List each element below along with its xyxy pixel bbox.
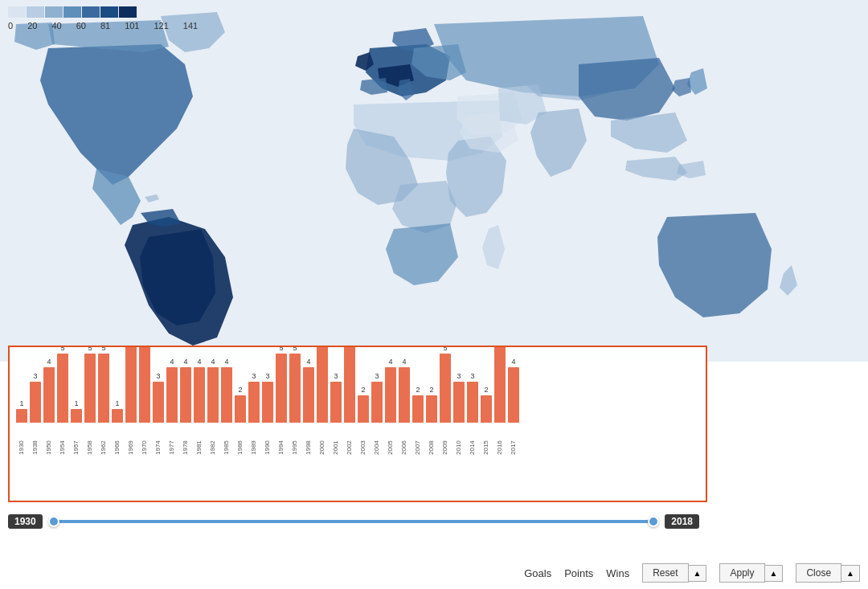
bar-value-label: 5 [293,346,297,352]
reset-button-group: Reset ▲ [642,563,706,583]
bar-rect [207,367,219,423]
legend-label: 81 [100,21,110,31]
legend-color-boxes [8,6,198,18]
bar-rect [57,354,68,423]
bottom-controls: Goals Points Wins Reset ▲ Apply ▲ Close … [524,563,860,583]
reset-arrow-button[interactable]: ▲ [689,565,707,582]
legend-color-2 [45,6,63,18]
wins-metric[interactable]: Wins [606,567,629,579]
bar-rect [426,395,437,423]
slider-thumb-right[interactable] [648,516,659,527]
slider-end-label: 2018 [665,514,699,529]
bar-rect [481,395,492,423]
legend-label: 60 [76,21,86,31]
reset-button[interactable]: Reset [642,563,688,583]
legend-color-4 [82,6,100,18]
bar-value-label: 1 [19,400,23,407]
bar-value-label: 4 [306,358,310,366]
bar-rect [153,382,164,423]
bar-value-label: 5 [101,346,105,352]
bar-value-label: 3 [457,373,461,380]
bar-group-2017: 42017 [508,358,519,461]
bar-rect [371,382,383,423]
year-slider[interactable]: 1930 2018 [8,514,699,529]
bar-value-label: 5 [88,346,92,352]
bar-rect [125,346,137,423]
bar-rect [221,367,232,423]
bar-rect [235,395,246,423]
close-arrow-button[interactable]: ▲ [841,565,860,582]
bar-rect [412,395,424,423]
bar-rect [508,367,519,423]
bar-rect [276,354,287,423]
bar-rect [358,395,369,423]
apply-arrow-button[interactable]: ▲ [765,565,784,582]
legend-labels: 020406081101121141 [8,21,198,31]
close-button-group: Close ▲ [796,563,860,583]
bar-value-label: 4 [197,358,201,366]
legend-color-5 [100,6,118,18]
legend-color-3 [63,6,81,18]
bar-rect [180,367,191,423]
bar-rect [112,409,123,423]
bar-year-label: 2017 [502,444,526,455]
bar-value-label: 5 [443,346,447,352]
legend-label: 141 [183,21,198,31]
bar-value-label: 2 [238,387,242,394]
slider-track[interactable] [54,520,654,523]
bar-value-label: 2 [484,387,488,394]
bar-rect [467,382,478,423]
apply-button[interactable]: Apply [719,563,764,583]
bar-rect [98,354,109,423]
legend-color-1 [27,6,44,18]
bar-rect [84,354,96,423]
bar-value-label: 5 [279,346,283,352]
bar-rect [30,382,41,423]
bar-rect [43,367,55,423]
bar-rect [248,382,260,423]
bar-value-label: 4 [224,358,228,366]
bar-value-label: 5 [60,346,64,352]
close-button[interactable]: Close [796,563,841,583]
bar-rect [494,346,506,423]
bar-value-label: 1 [115,400,119,407]
bar-value-label: 4 [388,358,392,366]
bar-rect [399,367,410,423]
bar-rect [440,354,451,423]
bar-rect [166,367,178,423]
bar-rect [303,367,314,423]
legend: 020406081101121141 [8,6,198,31]
bar-rect [139,346,150,423]
bar-value-label: 3 [375,373,379,380]
bar-chart-panel: 1193031938419505195411957519585196211966… [8,346,707,502]
bar-rect [344,346,355,423]
world-map [0,0,868,362]
bar-value-label: 3 [265,373,269,380]
slider-start-label: 1930 [8,514,43,529]
legend-color-0 [8,6,26,18]
bar-chart-inner: 1193031938419505195411957519585196211966… [16,352,699,464]
bar-rect [453,382,465,423]
bar-value-label: 3 [334,373,338,380]
bar-value-label: 4 [511,358,515,366]
bar-rect [289,354,301,423]
legend-label: 101 [125,21,139,31]
goals-metric[interactable]: Goals [524,567,551,579]
bar-rect [317,346,328,423]
bar-value-label: 1 [74,400,78,407]
bar-value-label: 2 [361,387,365,394]
slider-thumb-left[interactable] [48,516,59,527]
legend-label: 20 [27,21,37,31]
bar-rect [16,409,27,423]
points-metric[interactable]: Points [564,567,593,579]
bar-rect [385,367,396,423]
legend-label: 0 [8,21,13,31]
legend-label: 121 [154,21,168,31]
legend-color-6 [119,6,137,18]
bar-value-label: 2 [416,387,420,394]
bar-value-label: 3 [33,373,37,380]
bar-value-label: 4 [211,358,215,366]
bar-rect [330,382,342,423]
bar-value-label: 3 [252,373,256,380]
bar-value-label: 4 [47,358,51,366]
